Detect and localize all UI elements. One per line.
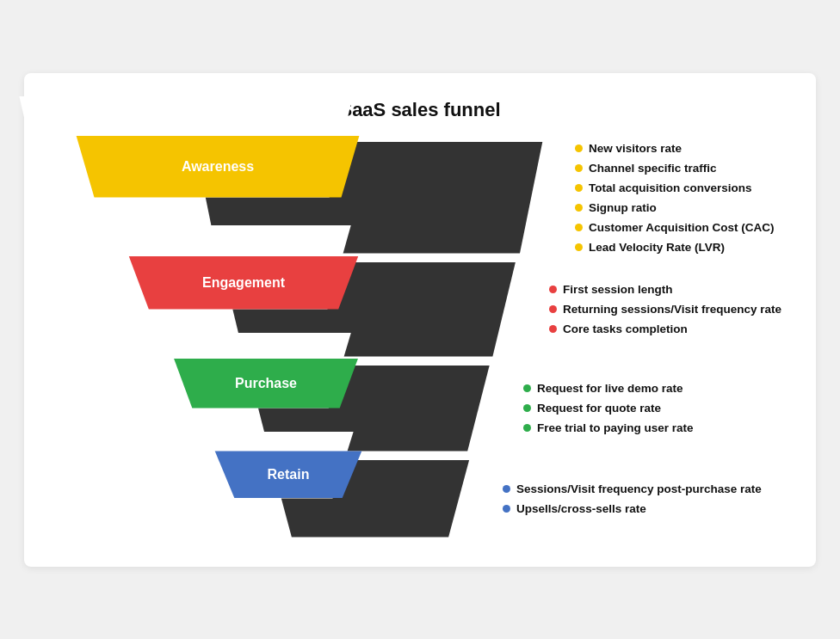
funnel-row-purchase: Purchase Request for live demo rate Requ… [41,366,799,452]
funnel-row-retain: Retain Sessions/Visit frequency post-pur… [41,460,799,538]
purchase-metrics: Request for live demo rate Request for q… [506,382,799,434]
purchase-label: Purchase [235,376,297,391]
main-card: SaaS sales funnel Awareness New visitors… [24,73,816,567]
metric-item: Request for live demo rate [523,382,799,395]
metric-item: First session length [549,283,799,296]
funnel-container: Awareness New visitors rate Channel spec… [41,142,799,541]
metric-item: Total acquisition conversions [575,181,799,194]
metric-item: Lead Velocity Rate (LVR) [575,241,799,254]
metric-item: Request for quote rate [523,402,799,415]
metric-item: Upsells/cross-sells rate [503,502,799,515]
metric-item: Signup ratio [575,201,799,214]
engagement-label: Engagement [202,275,285,291]
metric-item: Sessions/Visit frequency post-purchase r… [503,482,799,495]
metric-item: New visitors rate [575,142,799,155]
metric-item: Free trial to paying user rate [523,421,799,434]
metric-item: Channel specific traffic [575,162,799,175]
engagement-metrics: First session length Returning sessions/… [532,283,799,335]
awareness-metrics: New visitors rate Channel specific traff… [558,142,799,254]
metric-item: Returning sessions/Visit frequency rate [549,303,799,316]
retain-metrics: Sessions/Visit frequency post-purchase r… [485,482,799,515]
retain-label: Retain [268,467,310,482]
metric-item: Core tasks completion [549,323,799,335]
awareness-label: Awareness [182,159,254,175]
funnel-shape-retain: Retain [255,460,485,538]
metric-item: Customer Acquisition Cost (CAC) [575,221,799,234]
